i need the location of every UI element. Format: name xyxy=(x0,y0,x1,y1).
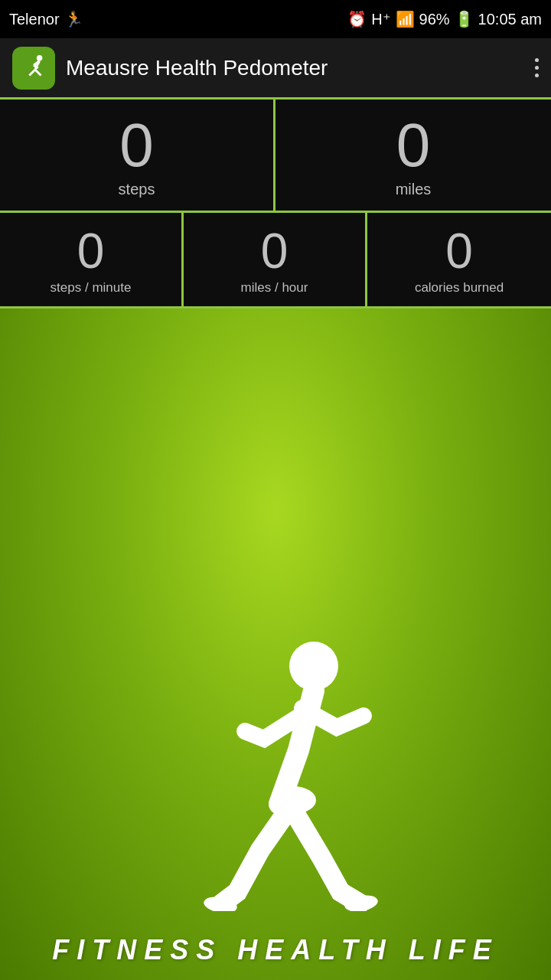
miles-per-hour-cell: 0 miles / hour xyxy=(184,213,367,306)
svg-line-3 xyxy=(35,69,41,75)
miles-label: miles xyxy=(396,181,432,198)
app-header: Meausre Health Pedometer xyxy=(0,38,551,100)
steps-per-min-label: steps / minute xyxy=(51,280,132,296)
fitness-tagline: FITNESS HEALTH LIFE xyxy=(0,934,551,966)
calories-label: calories burned xyxy=(415,280,504,296)
steps-label: steps xyxy=(119,181,155,198)
time-label: 10:05 am xyxy=(478,11,542,28)
calories-cell: 0 calories burned xyxy=(367,213,551,306)
battery-label: 96% xyxy=(419,11,450,28)
app-icon xyxy=(12,47,55,90)
svg-point-0 xyxy=(37,54,43,60)
network-icon: H⁺ xyxy=(371,10,390,28)
miles-per-hour-value: 0 xyxy=(261,227,289,276)
app-title: Meausre Health Pedometer xyxy=(66,56,535,80)
bottom-stats-grid: 0 steps / minute 0 miles / hour 0 calori… xyxy=(0,213,551,309)
svg-line-2 xyxy=(29,69,35,75)
miles-value: 0 xyxy=(396,115,431,176)
calories-value: 0 xyxy=(445,227,473,276)
status-bar: Telenor 🏃 ⏰ H⁺ 📶 96% 🔋 10:05 am xyxy=(0,0,551,38)
runner-emoji-status: 🏃 xyxy=(64,10,83,28)
steps-per-minute-cell: 0 steps / minute xyxy=(0,213,184,306)
menu-button[interactable] xyxy=(535,58,539,77)
miles-cell: 0 miles xyxy=(276,100,551,211)
miles-per-hour-label: miles / hour xyxy=(241,280,308,296)
carrier-label: Telenor xyxy=(9,11,60,28)
steps-value: 0 xyxy=(119,115,154,176)
steps-per-min-value: 0 xyxy=(77,227,105,276)
signal-icon: 📶 xyxy=(396,10,415,28)
steps-cell: 0 steps xyxy=(0,100,276,211)
alarm-icon: ⏰ xyxy=(347,10,367,28)
battery-icon: 🔋 xyxy=(455,10,474,28)
runner-illustration xyxy=(145,620,406,911)
top-stats-grid: 0 steps 0 miles xyxy=(0,100,551,213)
main-content-area: FITNESS HEALTH LIFE xyxy=(0,309,551,980)
